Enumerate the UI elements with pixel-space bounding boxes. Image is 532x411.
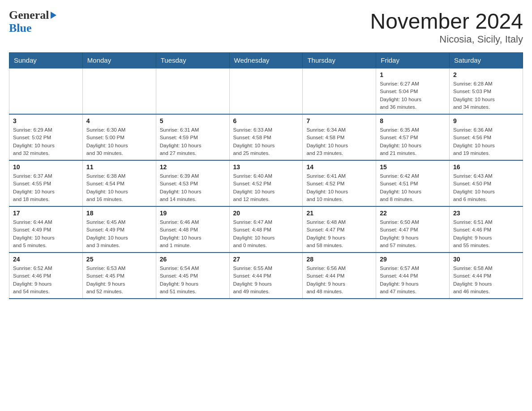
day-number: 28 [306, 256, 372, 263]
day-number: 29 [380, 256, 446, 263]
calendar-cell: 7Sunrise: 6:34 AM Sunset: 4:58 PM Daylig… [303, 114, 376, 160]
day-info: Sunrise: 6:56 AM Sunset: 4:44 PM Dayligh… [306, 265, 372, 295]
day-number: 24 [13, 256, 79, 263]
title-area: November 2024 Nicosia, Sicily, Italy [370, 9, 523, 45]
day-number: 5 [160, 117, 226, 124]
day-info: Sunrise: 6:45 AM Sunset: 4:49 PM Dayligh… [86, 218, 152, 249]
day-info: Sunrise: 6:39 AM Sunset: 4:53 PM Dayligh… [160, 172, 226, 203]
day-info: Sunrise: 6:57 AM Sunset: 4:44 PM Dayligh… [380, 265, 446, 295]
day-number: 19 [160, 210, 226, 217]
day-info: Sunrise: 6:53 AM Sunset: 4:45 PM Dayligh… [86, 265, 152, 295]
calendar-cell: 10Sunrise: 6:37 AM Sunset: 4:55 PM Dayli… [9, 160, 83, 206]
day-info: Sunrise: 6:27 AM Sunset: 5:04 PM Dayligh… [380, 80, 446, 111]
calendar-cell: 22Sunrise: 6:50 AM Sunset: 4:47 PM Dayli… [376, 206, 450, 253]
day-info: Sunrise: 6:34 AM Sunset: 4:58 PM Dayligh… [306, 126, 372, 157]
day-number: 14 [306, 163, 372, 171]
calendar-cell: 6Sunrise: 6:33 AM Sunset: 4:58 PM Daylig… [229, 114, 303, 160]
day-info: Sunrise: 6:36 AM Sunset: 4:56 PM Dayligh… [453, 126, 519, 157]
day-number: 2 [453, 71, 519, 78]
calendar-cell: 1Sunrise: 6:27 AM Sunset: 5:04 PM Daylig… [376, 68, 450, 114]
day-number: 1 [380, 71, 446, 78]
day-info: Sunrise: 6:31 AM Sunset: 4:59 PM Dayligh… [160, 126, 226, 157]
day-info: Sunrise: 6:48 AM Sunset: 4:47 PM Dayligh… [306, 218, 372, 249]
calendar-cell: 5Sunrise: 6:31 AM Sunset: 4:59 PM Daylig… [156, 114, 229, 160]
header: General Blue November 2024 Nicosia, Sici… [9, 9, 523, 45]
day-info: Sunrise: 6:41 AM Sunset: 4:52 PM Dayligh… [306, 172, 372, 203]
day-number: 9 [453, 117, 519, 124]
calendar-cell: 13Sunrise: 6:40 AM Sunset: 4:52 PM Dayli… [229, 160, 303, 206]
calendar-cell: 15Sunrise: 6:42 AM Sunset: 4:51 PM Dayli… [376, 160, 450, 206]
calendar-cell [82, 68, 156, 114]
header-friday: Friday [376, 53, 450, 68]
day-number: 27 [233, 256, 299, 263]
calendar-cell [9, 68, 83, 114]
calendar-cell [303, 68, 376, 114]
calendar-cell: 3Sunrise: 6:29 AM Sunset: 5:02 PM Daylig… [9, 114, 83, 160]
day-number: 20 [233, 210, 299, 217]
day-info: Sunrise: 6:51 AM Sunset: 4:46 PM Dayligh… [453, 218, 519, 249]
calendar-cell: 8Sunrise: 6:35 AM Sunset: 4:57 PM Daylig… [376, 114, 450, 160]
day-number: 4 [86, 117, 152, 124]
day-number: 16 [453, 163, 519, 171]
calendar-week-row: 10Sunrise: 6:37 AM Sunset: 4:55 PM Dayli… [9, 160, 523, 206]
day-info: Sunrise: 6:40 AM Sunset: 4:52 PM Dayligh… [233, 172, 299, 203]
day-info: Sunrise: 6:38 AM Sunset: 4:54 PM Dayligh… [86, 172, 152, 203]
day-number: 3 [13, 117, 79, 124]
logo-line2: Blue [9, 22, 56, 35]
calendar-cell: 11Sunrise: 6:38 AM Sunset: 4:54 PM Dayli… [82, 160, 156, 206]
day-number: 18 [86, 210, 152, 217]
day-info: Sunrise: 6:30 AM Sunset: 5:00 PM Dayligh… [86, 126, 152, 157]
header-saturday: Saturday [450, 53, 523, 68]
day-info: Sunrise: 6:35 AM Sunset: 4:57 PM Dayligh… [380, 126, 446, 157]
day-number: 10 [13, 163, 79, 171]
day-number: 21 [306, 210, 372, 217]
day-info: Sunrise: 6:29 AM Sunset: 5:02 PM Dayligh… [13, 126, 79, 157]
day-number: 30 [453, 256, 519, 263]
logo-triangle-icon [51, 12, 56, 19]
day-info: Sunrise: 6:47 AM Sunset: 4:48 PM Dayligh… [233, 218, 299, 249]
logo: General Blue [9, 9, 56, 34]
day-info: Sunrise: 6:54 AM Sunset: 4:45 PM Dayligh… [160, 265, 226, 295]
calendar-table: Sunday Monday Tuesday Wednesday Thursday… [9, 52, 523, 299]
calendar-subtitle: Nicosia, Sicily, Italy [370, 34, 523, 45]
calendar-cell: 9Sunrise: 6:36 AM Sunset: 4:56 PM Daylig… [450, 114, 523, 160]
calendar-cell: 30Sunrise: 6:58 AM Sunset: 4:44 PM Dayli… [450, 253, 523, 299]
calendar-cell: 16Sunrise: 6:43 AM Sunset: 4:50 PM Dayli… [450, 160, 523, 206]
day-info: Sunrise: 6:28 AM Sunset: 5:03 PM Dayligh… [453, 80, 519, 111]
logo-line1: General [9, 9, 56, 22]
calendar-cell: 4Sunrise: 6:30 AM Sunset: 5:00 PM Daylig… [82, 114, 156, 160]
day-number: 17 [13, 210, 79, 217]
day-info: Sunrise: 6:37 AM Sunset: 4:55 PM Dayligh… [13, 172, 79, 203]
day-number: 8 [380, 117, 446, 124]
calendar-week-row: 24Sunrise: 6:52 AM Sunset: 4:46 PM Dayli… [9, 253, 523, 299]
calendar-cell: 24Sunrise: 6:52 AM Sunset: 4:46 PM Dayli… [9, 253, 83, 299]
day-number: 15 [380, 163, 446, 171]
calendar-week-row: 3Sunrise: 6:29 AM Sunset: 5:02 PM Daylig… [9, 114, 523, 160]
day-number: 23 [453, 210, 519, 217]
day-info: Sunrise: 6:46 AM Sunset: 4:48 PM Dayligh… [160, 218, 226, 249]
day-number: 22 [380, 210, 446, 217]
day-number: 6 [233, 117, 299, 124]
day-info: Sunrise: 6:33 AM Sunset: 4:58 PM Dayligh… [233, 126, 299, 157]
day-info: Sunrise: 6:42 AM Sunset: 4:51 PM Dayligh… [380, 172, 446, 203]
weekday-header-row: Sunday Monday Tuesday Wednesday Thursday… [9, 53, 523, 68]
calendar-cell: 14Sunrise: 6:41 AM Sunset: 4:52 PM Dayli… [303, 160, 376, 206]
calendar-cell: 25Sunrise: 6:53 AM Sunset: 4:45 PM Dayli… [82, 253, 156, 299]
calendar-cell: 12Sunrise: 6:39 AM Sunset: 4:53 PM Dayli… [156, 160, 229, 206]
day-number: 13 [233, 163, 299, 171]
calendar-cell: 18Sunrise: 6:45 AM Sunset: 4:49 PM Dayli… [82, 206, 156, 253]
calendar-cell: 20Sunrise: 6:47 AM Sunset: 4:48 PM Dayli… [229, 206, 303, 253]
header-wednesday: Wednesday [229, 53, 303, 68]
calendar-cell: 29Sunrise: 6:57 AM Sunset: 4:44 PM Dayli… [376, 253, 450, 299]
day-info: Sunrise: 6:52 AM Sunset: 4:46 PM Dayligh… [13, 265, 79, 295]
calendar-title: November 2024 [370, 9, 523, 34]
calendar-cell: 2Sunrise: 6:28 AM Sunset: 5:03 PM Daylig… [450, 68, 523, 114]
header-tuesday: Tuesday [156, 53, 229, 68]
day-number: 11 [86, 163, 152, 171]
calendar-cell [229, 68, 303, 114]
day-info: Sunrise: 6:58 AM Sunset: 4:44 PM Dayligh… [453, 265, 519, 295]
calendar-week-row: 1Sunrise: 6:27 AM Sunset: 5:04 PM Daylig… [9, 68, 523, 114]
calendar-cell: 21Sunrise: 6:48 AM Sunset: 4:47 PM Dayli… [303, 206, 376, 253]
day-info: Sunrise: 6:44 AM Sunset: 4:49 PM Dayligh… [13, 218, 79, 249]
calendar-week-row: 17Sunrise: 6:44 AM Sunset: 4:49 PM Dayli… [9, 206, 523, 253]
